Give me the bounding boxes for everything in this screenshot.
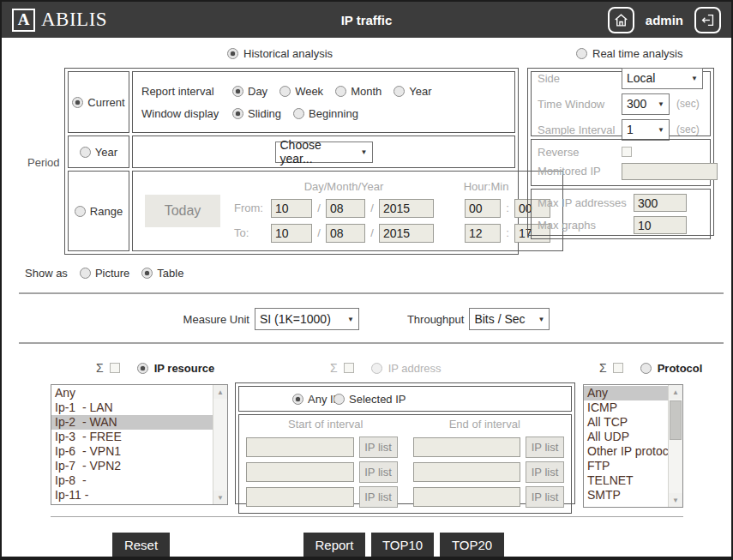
period-year-radio[interactable] (80, 147, 91, 158)
scrollbar[interactable]: ▲ ▼ (668, 385, 682, 507)
interval-day-radio[interactable] (232, 86, 243, 97)
monitored-ip-input[interactable] (622, 163, 718, 180)
start-interval-input[interactable] (246, 462, 354, 482)
reset-button[interactable]: Reset (112, 533, 170, 557)
historical-analysis-option[interactable]: Historical analysis (227, 47, 333, 60)
throughput-select[interactable]: Bits / Sec ▼ (469, 308, 550, 330)
scroll-up-icon[interactable]: ▲ (669, 385, 682, 399)
realtime-analysis-radio[interactable] (576, 48, 587, 59)
list-item[interactable]: Ip-2 - WAN (51, 415, 213, 430)
to-year-input[interactable] (379, 224, 434, 243)
choose-year-select[interactable]: Choose year... ▼ (275, 142, 373, 163)
end-interval-input[interactable] (413, 462, 521, 482)
interval-year-option[interactable]: Year (394, 85, 431, 98)
today-button[interactable]: Today (145, 195, 220, 227)
window-beginning-option[interactable]: Beginning (293, 107, 358, 120)
end-interval-input[interactable] (413, 487, 521, 507)
show-as-table-option[interactable]: Table (141, 267, 183, 280)
list-item[interactable]: Any (51, 386, 213, 400)
realtime-analysis-option[interactable]: Real time analysis (576, 47, 683, 60)
list-item[interactable]: ICMP (584, 400, 668, 415)
ip-list-button[interactable]: IP list (359, 437, 398, 458)
interval-year-radio[interactable] (394, 86, 405, 97)
selected-ip-option[interactable]: Selected IP (333, 393, 406, 406)
ip-list-button[interactable]: IP list (526, 486, 564, 508)
measure-unit-select[interactable]: SI (1K=1000) ▼ (255, 308, 359, 330)
scroll-thumb[interactable] (670, 400, 682, 440)
to-month-input[interactable] (326, 224, 365, 243)
from-month-input[interactable] (326, 199, 365, 218)
start-interval-input[interactable] (246, 437, 354, 457)
top20-button[interactable]: TOP20 (440, 533, 504, 557)
ip-list-button[interactable]: IP list (359, 486, 398, 508)
list-item[interactable]: Ip-11 - (51, 488, 213, 503)
list-item[interactable]: Ip-1 - LAN (51, 400, 213, 415)
show-as-table-radio[interactable] (141, 268, 153, 279)
slash-sep: / (370, 202, 375, 214)
ip-address-sum-checkbox[interactable] (344, 363, 354, 373)
ip-address-radio[interactable] (371, 363, 382, 374)
interval-month-label: Month (351, 85, 382, 98)
scroll-down-icon[interactable]: ▼ (669, 493, 682, 507)
ip-list-button[interactable]: IP list (359, 461, 398, 483)
max-ip-input[interactable] (634, 194, 687, 212)
interval-day-option[interactable]: Day (232, 85, 267, 98)
list-item[interactable]: Ip-6 - VPN1 (51, 444, 213, 459)
interval-week-option[interactable]: Week (279, 85, 323, 98)
interval-month-radio[interactable] (335, 86, 346, 97)
list-item[interactable]: Other IP protocol (584, 444, 668, 459)
scroll-up-icon[interactable]: ▲ (213, 385, 227, 399)
end-interval-input[interactable] (413, 437, 521, 457)
side-select[interactable]: Local ▼ (622, 68, 703, 89)
list-item[interactable]: Any (584, 386, 668, 400)
from-hour-input[interactable] (465, 199, 501, 218)
list-item[interactable]: Ip-3 - FREE (51, 430, 213, 444)
period-year-cell[interactable]: Year (68, 135, 129, 168)
ip-list-button[interactable]: IP list (526, 461, 564, 483)
reverse-checkbox[interactable] (622, 147, 632, 157)
historical-analysis-radio[interactable] (227, 48, 238, 59)
window-sliding-radio[interactable] (232, 108, 243, 119)
scroll-down-icon[interactable]: ▼ (213, 491, 227, 504)
window-beginning-radio[interactable] (293, 108, 304, 119)
list-item[interactable]: FTP (584, 459, 668, 473)
list-item[interactable]: All UDP (584, 430, 668, 444)
selected-ip-radio[interactable] (333, 394, 345, 405)
period-range-radio[interactable] (75, 206, 86, 217)
ip-resource-radio[interactable] (137, 363, 148, 374)
list-item[interactable]: Ip-8 - (51, 473, 213, 488)
max-graphs-input[interactable] (634, 216, 687, 234)
protocol-listbox[interactable]: AnyICMPAll TCPAll UDPOther IP protocolFT… (583, 384, 683, 508)
show-as-picture-option[interactable]: Picture (80, 267, 129, 280)
any-ip-radio[interactable] (292, 394, 303, 405)
protocol-radio[interactable] (640, 363, 652, 374)
interval-week-radio[interactable] (279, 86, 291, 97)
show-as-picture-label: Picture (95, 267, 129, 280)
show-as-picture-radio[interactable] (80, 268, 91, 279)
list-item[interactable]: SMTP (584, 488, 668, 503)
period-current-cell[interactable]: Current (68, 71, 129, 133)
interval-month-option[interactable]: Month (335, 85, 382, 98)
scrollbar[interactable]: ▲ ▼ (213, 385, 227, 504)
ip-resource-listbox[interactable]: AnyIp-1 - LANIp-2 - WANIp-3 - FREEIp-6 -… (51, 384, 228, 505)
home-icon[interactable] (608, 7, 634, 33)
time-window-select[interactable]: 300 ▼ (622, 93, 670, 115)
protocol-sum-checkbox[interactable] (613, 363, 623, 373)
start-interval-input[interactable] (246, 487, 354, 507)
to-hour-input[interactable] (465, 224, 501, 243)
period-range-cell[interactable]: Range (68, 171, 129, 251)
to-day-input[interactable] (271, 224, 312, 243)
ip-list-button[interactable]: IP list (526, 437, 564, 458)
window-sliding-option[interactable]: Sliding (232, 107, 281, 120)
list-item[interactable]: Ip-7 - VPN2 (51, 459, 213, 473)
list-item[interactable]: All TCP (584, 415, 668, 430)
report-button[interactable]: Report (303, 533, 365, 557)
top10-button[interactable]: TOP10 (371, 533, 434, 557)
ip-resource-sum-checkbox[interactable] (110, 363, 120, 373)
sample-interval-select[interactable]: 1 ▼ (622, 119, 670, 141)
list-item[interactable]: TELNET (584, 473, 668, 488)
logout-icon[interactable] (694, 7, 721, 33)
period-current-radio[interactable] (72, 97, 83, 108)
from-year-input[interactable] (379, 199, 434, 218)
from-day-input[interactable] (271, 199, 312, 218)
